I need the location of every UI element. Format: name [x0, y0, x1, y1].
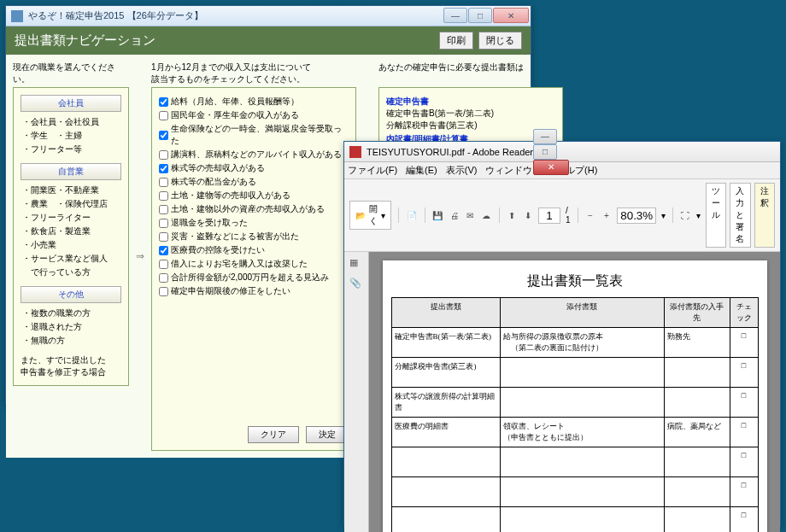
income-checkbox[interactable] — [159, 232, 168, 242]
table-header: チェック — [730, 298, 758, 328]
table-cell: 株式等の譲渡所得の計算明細書 — [391, 388, 500, 418]
zoom-input[interactable] — [617, 208, 656, 224]
occupation-item: ・学生 ・主婦 — [21, 129, 121, 143]
income-checkbox-row[interactable]: 株式等の売却収入がある — [159, 161, 349, 175]
tool-button[interactable]: ツール — [706, 183, 726, 248]
table-cell — [391, 507, 500, 533]
check-cell[interactable]: □ — [730, 418, 758, 447]
cat-other[interactable]: その他 — [21, 286, 121, 303]
doc-item: 分離課税申告書(第三表) — [386, 120, 555, 132]
income-checkbox-row[interactable]: 合計所得金額が2,000万円を超える見込み — [159, 271, 349, 284]
close-nav-button[interactable]: 閉じる — [478, 32, 522, 50]
maximize-button[interactable]: □ — [468, 8, 492, 23]
income-checkbox[interactable] — [159, 97, 168, 107]
app-icon — [11, 10, 23, 22]
decide-button[interactable]: 決定 — [306, 426, 349, 443]
cloud-icon[interactable]: ☁ — [481, 206, 492, 225]
menu-item[interactable]: ファイル(F) — [348, 164, 397, 177]
income-checkbox-row[interactable]: 災害・盗難などによる被害が出た — [159, 230, 349, 243]
print-button[interactable]: 印刷 — [439, 32, 473, 50]
income-panel: 給料（月給、年俸、役員報酬等）国民年金・厚生年金の収入がある生命保険などの一時金… — [151, 87, 356, 451]
table-cell — [391, 477, 500, 507]
pdf-body: ▦ 📎 提出書類一覧表 提出書類添付書類添付書類の入手先チェック確定申告書B(第… — [344, 252, 780, 532]
table-cell — [664, 477, 730, 507]
income-checkbox[interactable] — [159, 111, 168, 120]
check-cell[interactable]: □ — [730, 388, 758, 418]
page-area[interactable]: 提出書類一覧表 提出書類添付書類添付書類の入手先チェック確定申告書B(第一表/第… — [369, 252, 780, 532]
income-checkbox-row[interactable]: 講演料、原稿料などのアルバイト収入がある — [159, 148, 349, 161]
next-page-icon[interactable]: ⬇ — [522, 206, 533, 225]
mail-icon[interactable]: ✉ — [465, 206, 476, 225]
check-cell[interactable]: □ — [730, 447, 758, 477]
fit-icon[interactable]: ⛶ — [680, 206, 691, 225]
income-checkbox[interactable] — [159, 246, 168, 255]
table-cell: 病院、薬局など — [664, 418, 730, 447]
titlebar[interactable]: やるぞ！確定申告2015 【26年分データ】 ― □ ✕ — [6, 6, 531, 26]
income-checkbox-row[interactable]: 借入によりお宅を購入又は改築した — [159, 257, 349, 271]
occupation-item: ・フリーライター — [21, 211, 121, 225]
income-checkbox-row[interactable]: 給料（月給、年俸、役員報酬等） — [159, 95, 349, 108]
income-checkbox-row[interactable]: 生命保険などの一時金、満期返戻金等受取った — [159, 122, 349, 148]
occupation-item: ・飲食店・製造業 — [21, 225, 121, 238]
pdf-titlebar[interactable]: TEISYUTUSYORUI.pdf - Adobe Reader ― □ ✕ — [344, 142, 780, 162]
open-button[interactable]: 📂 開く ▾ — [349, 201, 391, 230]
income-checkbox[interactable] — [159, 260, 168, 269]
table-header: 提出書類 — [391, 298, 500, 328]
page-input[interactable] — [538, 208, 560, 224]
arrow-icon: ⇒ — [134, 250, 146, 262]
income-checkbox-row[interactable]: 確定申告期限後の修正をしたい — [159, 284, 349, 298]
table-cell — [664, 358, 730, 388]
income-checkbox-row[interactable]: 株式等の配当金がある — [159, 175, 349, 189]
occupation-item: で行っている方 — [21, 266, 121, 279]
check-cell[interactable]: □ — [730, 477, 758, 507]
note-button[interactable]: 注釈 — [754, 183, 775, 248]
cat-employee[interactable]: 会社員 — [21, 95, 121, 112]
table-cell: 分離課税申告書(第三表) — [391, 358, 500, 388]
income-checkbox[interactable] — [159, 178, 168, 187]
menu-item[interactable]: 編集(E) — [406, 164, 437, 177]
thumbnails-icon[interactable]: ▦ — [349, 257, 363, 271]
clear-button[interactable]: クリア — [248, 426, 299, 443]
minimize-button[interactable]: ― — [443, 8, 467, 23]
income-checkbox-row[interactable]: 国民年金・厚生年金の収入がある — [159, 108, 349, 122]
table-row: 株式等の譲渡所得の計算明細書□ — [391, 388, 758, 418]
print-icon[interactable]: 🖨 — [449, 206, 460, 225]
income-label: 医療費の控除を受けたい — [171, 244, 265, 256]
pdf-close[interactable]: ✕ — [533, 160, 569, 175]
income-checkbox[interactable] — [159, 164, 168, 173]
income-checkbox[interactable] — [159, 150, 168, 160]
table-cell — [500, 477, 664, 507]
income-checkbox-row[interactable]: 退職金を受け取った — [159, 216, 349, 230]
income-checkbox[interactable] — [159, 287, 168, 296]
attachment-icon[interactable]: 📎 — [349, 278, 363, 291]
income-checkbox-row[interactable]: 土地・建物以外の資産の売却収入がある — [159, 202, 349, 216]
cat-self[interactable]: 自営業 — [21, 163, 121, 180]
income-checkbox[interactable] — [159, 205, 168, 214]
income-checkbox[interactable] — [159, 273, 168, 283]
zoom-in-icon[interactable]: + — [601, 206, 612, 225]
check-cell[interactable]: □ — [730, 328, 758, 358]
prev-page-icon[interactable]: ⬆ — [506, 206, 517, 225]
close-button[interactable]: ✕ — [493, 8, 529, 23]
table-header: 添付書類 — [500, 298, 664, 328]
income-checkbox[interactable] — [159, 131, 168, 140]
save-icon[interactable]: 💾 — [431, 206, 443, 225]
income-label: 国民年金・厚生年金の収入がある — [171, 109, 299, 121]
create-icon[interactable]: 📄 — [406, 206, 418, 225]
pdf-minimize[interactable]: ― — [533, 129, 557, 144]
table-cell — [391, 447, 500, 477]
check-cell[interactable]: □ — [730, 358, 758, 388]
income-label: 株式等の配当金がある — [171, 176, 256, 188]
occupation-panel: 会社員 ・会社員・会社役員・学生 ・主婦・フリーター等 自営業 ・開業医・不動産… — [13, 87, 129, 386]
menu-item[interactable]: 表示(V) — [446, 164, 478, 177]
sign-button[interactable]: 入力と署名 — [730, 183, 751, 248]
check-cell[interactable]: □ — [730, 507, 758, 533]
income-checkbox-row[interactable]: 医療費の控除を受けたい — [159, 243, 349, 257]
occupation-item: ・複数の職業の方 — [21, 307, 121, 320]
income-label: 生命保険などの一時金、満期返戻金等受取った — [171, 123, 349, 147]
income-checkbox[interactable] — [159, 191, 168, 201]
income-checkbox[interactable] — [159, 219, 168, 228]
pdf-maximize[interactable]: □ — [533, 144, 557, 160]
zoom-out-icon[interactable]: − — [585, 206, 596, 225]
income-checkbox-row[interactable]: 土地・建物等の売却収入がある — [159, 189, 349, 202]
